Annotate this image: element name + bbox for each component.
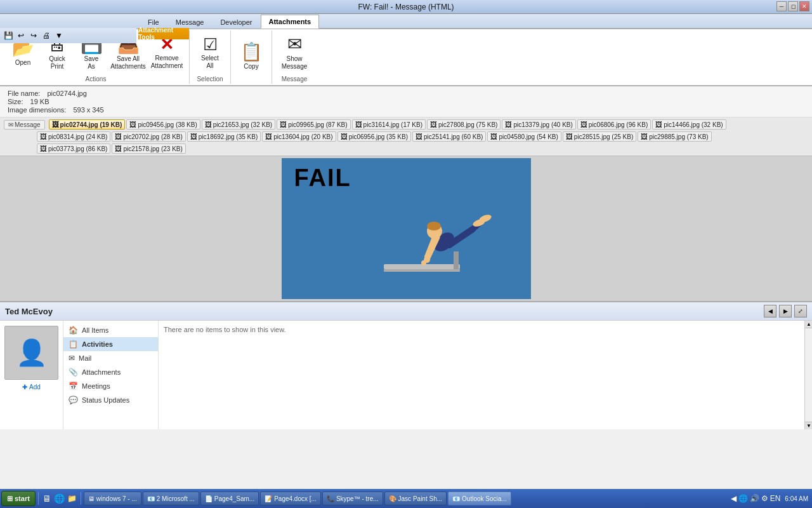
attachment-tab-16[interactable]: 🖼 pic28515.jpg (25 KB)	[563, 131, 636, 142]
title-bar: FW: Fail! - Message (HTML) ─ ◻ ✕	[0, 0, 812, 14]
attachment-name-15: pic04580.jpg (54 KB)	[499, 133, 558, 140]
attachment-tab-18[interactable]: 🖼 pic03773.jpg (86 KB)	[37, 144, 110, 154]
taskbar-page4docx-button[interactable]: 📝 Page4.docx [...	[260, 491, 321, 505]
message-tab-label: Message	[15, 121, 41, 128]
attachment-tab-1[interactable]: 🖼 pic09456.jpg (38 KB)	[126, 119, 200, 130]
taskbar-page4sam-button[interactable]: 📄 Page4_Sam...	[200, 491, 259, 505]
taskbar-windows7-button[interactable]: 🖥 windows 7 - ...	[84, 491, 141, 505]
attachment-tab-8[interactable]: 🖼 pic14466.jpg (32 KB)	[652, 119, 726, 130]
open-label: Open	[15, 59, 30, 67]
attachment-tab-17[interactable]: 🖼 pic29885.jpg (73 KB)	[638, 131, 711, 142]
attachment-icon-3: 🖼	[280, 121, 287, 128]
contact-panel: Ted McEvoy ◀ ▶ ⤢ 👤 ✚ Add 🏠 All Items 📋 A…	[0, 302, 812, 429]
select-all-button[interactable]: ☑ SelectAll	[193, 32, 226, 75]
actions-group-label: Actions	[86, 76, 107, 84]
taskbar-jascpaint-button[interactable]: 🎨 Jasc Paint Sh...	[384, 491, 447, 505]
contact-prev-button[interactable]: ◀	[764, 305, 776, 318]
contact-navigation: 🏠 All Items 📋 Activities ✉ Mail 📎 Attach…	[63, 321, 159, 429]
page4sam-label: Page4_Sam...	[214, 495, 254, 502]
attachment-name-14: pic25141.jpg (60 KB)	[424, 133, 483, 140]
attachment-tab-6[interactable]: 🖼 pic13379.jpg (40 KB)	[502, 119, 575, 130]
contact-avatar-section: 👤 ✚ Add	[0, 321, 63, 429]
minimize-button[interactable]: ─	[776, 1, 787, 11]
attachment-tab-15[interactable]: 🖼 pic04580.jpg (54 KB)	[487, 131, 561, 142]
taskbar-skype-button[interactable]: 📞 Skype™ - tre...	[322, 491, 383, 505]
print-qat-button[interactable]: 🖨	[41, 30, 52, 41]
attachment-tab-13[interactable]: 🖼 pic06956.jpg (35 KB)	[337, 131, 411, 142]
nav-item-all-items-label: All Items	[82, 326, 108, 334]
taskbar-ie-button[interactable]: 🌐	[54, 493, 65, 504]
attachment-tab-4[interactable]: 🖼 pic31614.jpg (17 KB)	[352, 119, 426, 130]
save-as-label: SaveAs	[84, 55, 99, 70]
nav-item-meetings-label: Meetings	[82, 382, 110, 390]
outlook-icon: 📧	[452, 495, 460, 502]
mail-icon: ✉	[69, 354, 75, 363]
ribbon-group-selection: ☑ SelectAll Selection	[190, 30, 231, 84]
attachment-name-6: pic13379.jpg (40 KB)	[513, 121, 572, 128]
size-label: Size:	[8, 98, 23, 105]
attachment-tab-7[interactable]: 🖼 pic06806.jpg (96 KB)	[577, 119, 651, 130]
nav-item-status-updates[interactable]: 💬 Status Updates	[63, 393, 158, 407]
activities-icon: 📋	[69, 340, 78, 349]
nav-item-attachments-label: Attachments	[82, 368, 121, 376]
start-button[interactable]: ⊞ start	[1, 491, 36, 506]
attachment-tab-11[interactable]: 🖼 pic18692.jpg (35 KB)	[187, 131, 261, 142]
attachment-tab-2[interactable]: 🖼 pic21653.jpg (32 KB)	[202, 119, 275, 130]
attachment-tab-3[interactable]: 🖼 pic09965.jpg (87 KB)	[277, 119, 350, 130]
tab-attachments[interactable]: Attachments	[261, 15, 320, 29]
select-all-label: SelectAll	[201, 55, 219, 70]
taskbar-show-desktop-button[interactable]: 🖥	[41, 493, 53, 504]
attachment-tab-10[interactable]: 🖼 pic20702.jpg (28 KB)	[112, 131, 185, 142]
attachment-tabs-row-3: 🖼 pic03773.jpg (86 KB) 🖼 pic21578.jpg (2…	[3, 143, 187, 154]
scroll-down-button[interactable]: ▼	[805, 422, 812, 429]
attachment-name-13: pic06956.jpg (35 KB)	[349, 133, 408, 140]
close-button[interactable]: ✕	[799, 1, 809, 11]
save-qat-button[interactable]: 💾	[3, 30, 14, 41]
nav-item-status-updates-label: Status Updates	[82, 396, 129, 404]
ribbon-group-message-buttons: ✉ ShowMessage	[276, 30, 313, 76]
attachment-tab-12[interactable]: 🖼 pic13604.jpg (20 KB)	[262, 131, 336, 142]
contact-expand-button[interactable]: ⤢	[794, 305, 807, 318]
jascpaint-label: Jasc Paint Sh...	[398, 495, 442, 502]
nav-item-activities-label: Activities	[82, 340, 113, 348]
filename-label: File name:	[8, 90, 40, 97]
taskbar-folder-button[interactable]: 📁	[67, 493, 78, 504]
attachment-tab-14[interactable]: 🖼 pic25141.jpg (60 KB)	[412, 131, 486, 142]
restore-button[interactable]: ◻	[788, 1, 798, 11]
attachment-tab-9[interactable]: 🖼 pic08314.jpg (24 KB)	[37, 131, 110, 142]
attachment-name-17: pic29885.jpg (73 KB)	[649, 133, 708, 140]
diver-figure	[381, 188, 508, 293]
attachment-name-0: pic02744.jpg (19 KB)	[60, 121, 122, 128]
tray-arrow-icon[interactable]: ◀	[731, 494, 737, 503]
nav-item-activities[interactable]: 📋 Activities	[63, 337, 158, 351]
attachment-name-12: pic13604.jpg (20 KB)	[273, 133, 332, 140]
nav-item-all-items[interactable]: 🏠 All Items	[63, 323, 158, 337]
contact-scrollbar[interactable]: ▲ ▼	[804, 321, 812, 429]
svg-point-5	[427, 222, 441, 231]
tab-developer[interactable]: Developer	[212, 15, 260, 29]
qat-dropdown-button[interactable]: ▼	[53, 30, 65, 41]
copy-button[interactable]: 📋 Copy	[235, 35, 268, 78]
attachment-name-7: pic06806.jpg (96 KB)	[589, 121, 648, 128]
taskbar-outlook-button[interactable]: 📧 Outlook Socia...	[448, 491, 511, 505]
attachment-tab-5[interactable]: 🖼 pic27808.jpg (75 KB)	[427, 119, 501, 130]
attachment-name-9: pic08314.jpg (24 KB)	[48, 133, 107, 140]
nav-item-meetings[interactable]: 📅 Meetings	[63, 379, 158, 393]
undo-qat-button[interactable]: ↩	[15, 30, 27, 41]
system-clock: 6:04 AM	[785, 495, 808, 502]
empty-message: There are no items to show in this view.	[164, 326, 286, 333]
remove-attachment-label: RemoveAttachment	[151, 55, 183, 70]
redo-qat-button[interactable]: ↪	[28, 30, 39, 41]
scroll-up-button[interactable]: ▲	[805, 321, 812, 328]
avatar: 👤	[4, 326, 58, 380]
show-message-button[interactable]: ✉ ShowMessage	[276, 32, 313, 75]
add-contact-button[interactable]: ✚ Add	[22, 384, 41, 391]
attachment-tab-0[interactable]: 🖼 pic02744.jpg (19 KB)	[49, 119, 126, 130]
taskbar-microsoft-button[interactable]: 📧 2 Microsoft ...	[143, 491, 199, 505]
attachment-tab-19[interactable]: 🖼 pic21578.jpg (23 KB)	[112, 144, 185, 154]
nav-item-mail[interactable]: ✉ Mail	[63, 351, 158, 365]
nav-item-attachments[interactable]: 📎 Attachments	[63, 365, 158, 379]
contact-next-button[interactable]: ▶	[779, 305, 792, 318]
message-group-label: Message	[282, 76, 308, 84]
message-tab[interactable]: ✉ Message	[4, 120, 45, 130]
